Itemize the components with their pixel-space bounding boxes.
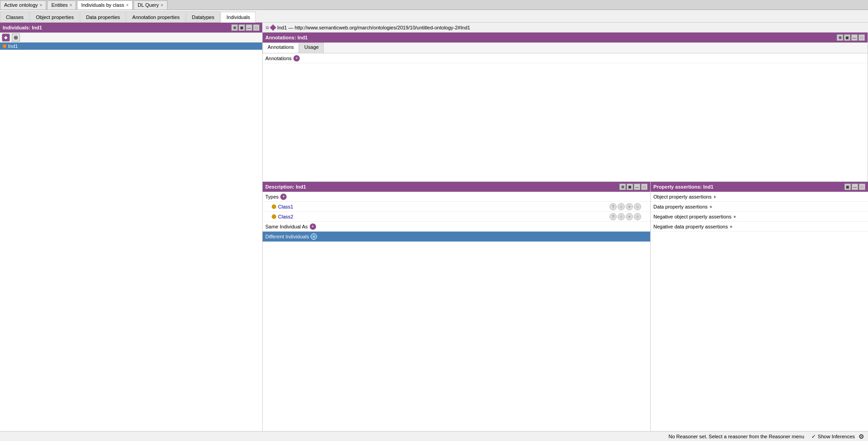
- individuals-header-btn1[interactable]: ⊞: [231, 24, 238, 31]
- type-class2: Class2 ? ○ × ○: [263, 212, 650, 222]
- class2-action-more[interactable]: ○: [634, 213, 641, 220]
- desc-header-btn1[interactable]: ⊞: [619, 184, 626, 190]
- desc-header-btn4[interactable]: □: [641, 184, 647, 190]
- class2-action-info[interactable]: ?: [609, 213, 617, 220]
- prop-header-btn3[interactable]: □: [859, 184, 865, 190]
- class1-actions: ? ○ × ○: [609, 203, 641, 210]
- annotations-panel-header: Annotations: Ind1 ⊞ ▣ — □: [263, 33, 868, 43]
- prop-header-btn2[interactable]: —: [852, 184, 858, 190]
- types-label: Types: [265, 194, 278, 199]
- description-panel-header: Description: Ind1 ⊞ ▣ — □: [263, 182, 650, 192]
- add-object-property-assertion-btn[interactable]: +: [713, 194, 716, 199]
- individual-label: Ind1: [8, 43, 18, 49]
- class1-action-remove[interactable]: ×: [626, 203, 633, 210]
- show-inferences-label[interactable]: Show Inferences: [818, 434, 855, 439]
- add-same-individual-btn[interactable]: +: [310, 223, 316, 230]
- tab-active-ontology-label: Active ontology: [4, 2, 38, 8]
- tab-usage[interactable]: Usage: [299, 43, 324, 53]
- class2-actions: ? ○ × ○: [609, 213, 641, 220]
- left-panel: Individuals: Ind1 ⊞ ▣ — □ ◆ ⊗ Ind1: [0, 23, 263, 441]
- individuals-header-btn3[interactable]: —: [246, 24, 252, 31]
- description-panel: Description: Ind1 ⊞ ▣ — □ Types +: [263, 182, 651, 441]
- hamburger-icon: ≡: [265, 24, 269, 31]
- class2-action-edit[interactable]: ○: [618, 213, 625, 220]
- annotations-panel-title: Annotations: Ind1: [265, 35, 308, 40]
- info-bar-text: Ind1 — http://www.semanticweb.org/march/…: [277, 25, 470, 30]
- class2-label[interactable]: Class2: [278, 214, 293, 219]
- annotation-tabs: Annotations Usage: [263, 43, 868, 53]
- class1-action-more[interactable]: ○: [634, 203, 641, 210]
- object-property-assertions-section: Object property assertions +: [651, 192, 868, 202]
- tab-dl-query-label: DL Query: [138, 2, 159, 8]
- types-section-header: Types +: [263, 192, 650, 202]
- individual-item-ind1[interactable]: Ind1: [0, 43, 262, 50]
- tab-annotations[interactable]: Annotations: [263, 43, 299, 53]
- nav-tab-classes[interactable]: Classes: [0, 11, 29, 22]
- ann-header-btn1[interactable]: ⊞: [837, 34, 843, 41]
- property-assertions-content: Object property assertions + Data proper…: [651, 192, 868, 441]
- add-different-individual-btn[interactable]: +: [311, 233, 317, 240]
- tab-individuals-by-class-close[interactable]: ×: [126, 3, 129, 8]
- check-icon: ✓: [811, 433, 816, 440]
- tab-entities-close[interactable]: ×: [70, 3, 72, 8]
- ann-header-btn2[interactable]: ▣: [844, 34, 850, 41]
- add-data-property-assertion-btn[interactable]: +: [710, 204, 712, 209]
- individuals-header-btn2[interactable]: ▣: [239, 24, 245, 31]
- annotations-panel: Annotations: Ind1 ⊞ ▣ — □ Annotations Us…: [263, 33, 868, 181]
- description-panel-title: Description: Ind1: [265, 184, 306, 190]
- different-individuals-label: Different Individuals: [265, 234, 309, 239]
- add-annotation-btn[interactable]: +: [293, 55, 300, 62]
- class1-dot: [272, 204, 276, 209]
- individuals-panel-title: Individuals: Ind1: [3, 25, 42, 30]
- data-property-assertions-label: Data property assertions: [653, 204, 708, 209]
- object-property-assertions-label: Object property assertions: [653, 194, 711, 199]
- ann-header-btn3[interactable]: —: [851, 34, 858, 41]
- same-individual-as-label: Same Individual As: [265, 224, 308, 229]
- tab-dl-query[interactable]: DL Query ×: [134, 0, 168, 9]
- desc-header-btn3[interactable]: —: [634, 184, 640, 190]
- add-neg-object-property-assertion-btn[interactable]: +: [733, 214, 736, 219]
- class1-label[interactable]: Class1: [278, 204, 293, 209]
- annotations-content: Annotations +: [263, 53, 868, 181]
- info-bar: ≡ Ind1 — http://www.semanticweb.org/marc…: [263, 23, 868, 33]
- remove-individual-btn[interactable]: ⊗: [12, 33, 20, 42]
- status-bar: No Reasoner set. Select a reasoner from …: [0, 431, 868, 441]
- nav-tab-object-properties[interactable]: Object properties: [30, 11, 80, 22]
- neg-object-property-assertions-section: Negative object property assertions +: [651, 212, 868, 222]
- individuals-panel-header: Individuals: Ind1 ⊞ ▣ — □: [0, 23, 262, 33]
- desc-header-btn2[interactable]: ▣: [627, 184, 633, 190]
- class2-action-remove[interactable]: ×: [626, 213, 633, 220]
- add-individual-btn[interactable]: ◆: [2, 33, 10, 42]
- nav-tab-individuals[interactable]: Individuals: [221, 12, 256, 23]
- same-individual-as-header: Same Individual As +: [263, 222, 650, 232]
- nav-tab-datatypes[interactable]: Datatypes: [186, 11, 221, 22]
- right-panel: ≡ Ind1 — http://www.semanticweb.org/marc…: [263, 23, 868, 441]
- tab-active-ontology[interactable]: Active ontology ×: [0, 0, 46, 9]
- tab-individuals-by-class-label: Individuals by class: [81, 2, 124, 8]
- type-class1: Class1 ? ○ × ○: [263, 202, 650, 212]
- neg-object-property-assertions-label: Negative object property assertions: [653, 214, 731, 219]
- prop-header-btn1[interactable]: ▣: [844, 184, 851, 190]
- individuals-header-btn4[interactable]: □: [253, 24, 259, 31]
- tab-active-ontology-close[interactable]: ×: [40, 3, 43, 8]
- different-individuals-row[interactable]: Different Individuals +: [263, 232, 650, 242]
- add-type-btn[interactable]: +: [280, 194, 287, 200]
- settings-icon[interactable]: ⚙: [858, 433, 864, 440]
- description-content: Types + Class1 ? ○ × ○: [263, 192, 650, 441]
- tab-individuals-by-class[interactable]: Individuals by class ×: [77, 0, 133, 9]
- annotations-label: Annotations: [265, 56, 292, 61]
- class1-action-edit[interactable]: ○: [618, 203, 625, 210]
- description-header-controls: ⊞ ▣ — □: [619, 184, 647, 190]
- add-neg-data-property-assertion-btn[interactable]: +: [729, 224, 732, 229]
- diamond-icon: [270, 24, 276, 30]
- property-assertions-header: Property assertions: Ind1 ▣ — □: [651, 182, 868, 192]
- ann-header-btn4[interactable]: □: [858, 34, 865, 41]
- prop-header-controls: ▣ — □: [844, 184, 865, 190]
- nav-tab-data-properties[interactable]: Data properties: [80, 11, 126, 22]
- class1-action-info[interactable]: ?: [609, 203, 617, 210]
- tab-entities[interactable]: Entities ×: [47, 0, 76, 9]
- tab-dl-query-close[interactable]: ×: [161, 3, 163, 8]
- annotations-section-header: Annotations +: [263, 53, 868, 63]
- nav-tab-annotation-properties[interactable]: Annotation properties: [126, 11, 186, 22]
- property-assertions-panel: Property assertions: Ind1 ▣ — □ Object p…: [651, 182, 868, 441]
